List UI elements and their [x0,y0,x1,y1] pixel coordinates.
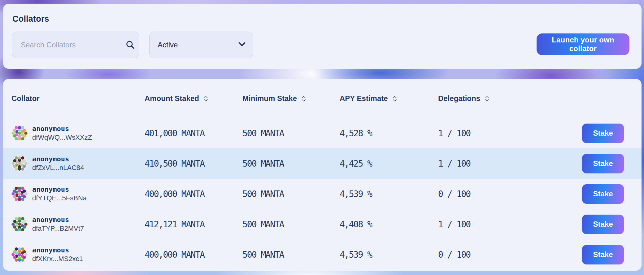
apy-estimate-value: 4,539 % [340,250,438,260]
sort-icon [485,96,490,102]
amount-staked-value: 412,121 MANTA [145,219,242,229]
column-header-apy-estimate[interactable]: APY Estimate [340,94,438,103]
sort-icon [203,96,208,102]
collator-cell: anonymous dfWqWQ...WsXXzZ [11,125,145,141]
collator-name: anonymous [32,125,92,133]
collator-address: dfZxVL...nLAC84 [32,164,84,172]
minimum-stake-value: 500 MANTA [242,219,340,229]
amount-staked-value: 410,500 MANTA [145,159,242,169]
column-header-delegations[interactable]: Delegations [438,94,540,103]
stake-button[interactable]: Stake [582,215,624,234]
delegations-value: 1 / 100 [438,128,540,138]
column-header-label: Collator [11,94,40,103]
stake-button[interactable]: Stake [582,245,624,264]
stake-button[interactable]: Stake [582,184,624,204]
column-header-minimum-stake[interactable]: Minimum Stake [242,94,340,103]
collator-address: dfWqWQ...WsXXzZ [32,134,92,141]
delegations-value: 0 / 100 [438,250,540,260]
search-input[interactable] [12,32,122,58]
search-icon[interactable] [122,32,139,58]
collator-name: anonymous [32,216,84,224]
collator-cell: anonymous dfXKrx...MS2xc1 [11,247,145,263]
status-filter-value: Active [158,41,178,49]
collator-address: dfaTYP...B2MVt7 [32,225,84,232]
minimum-stake-value: 500 MANTA [242,128,340,138]
delegations-value: 1 / 100 [438,219,540,229]
sort-icon [301,96,306,102]
table-body: anonymous dfWqWQ...WsXXzZ 401,000 MANTA … [3,118,642,270]
column-header-label: Amount Staked [145,94,199,103]
stake-button[interactable]: Stake [582,124,624,143]
minimum-stake-value: 500 MANTA [242,250,340,260]
collator-name: anonymous [32,155,84,163]
launch-collator-button[interactable]: Launch your own collator [537,33,629,55]
collator-identicon [11,155,28,172]
apy-estimate-value: 4,425 % [340,159,438,169]
column-header-label: Delegations [438,94,480,103]
collator-cell: anonymous dfYTQE...5FsBNa [11,186,145,202]
delegations-value: 1 / 100 [438,159,540,169]
chevron-down-icon [238,42,246,48]
table-row[interactable]: anonymous dfXKrx...MS2xc1 400,000 MANTA … [3,239,642,270]
table-row[interactable]: anonymous dfaTYP...B2MVt7 412,121 MANTA … [3,209,642,239]
column-header-collator: Collator [11,94,145,103]
page-title: Collators [12,14,49,24]
table-row[interactable]: anonymous dfZxVL...nLAC84 410,500 MANTA … [3,148,642,179]
collator-identicon [11,247,28,263]
sort-icon [392,96,397,102]
status-filter-select[interactable]: Active [149,32,253,58]
column-header-label: Minimum Stake [242,94,297,103]
table-row[interactable]: anonymous dfWqWQ...WsXXzZ 401,000 MANTA … [3,118,642,148]
collator-cell: anonymous dfaTYP...B2MVt7 [11,216,145,232]
column-header-label: APY Estimate [340,94,388,103]
amount-staked-value: 400,000 MANTA [145,250,242,260]
table-row[interactable]: anonymous dfYTQE...5FsBNa 400,000 MANTA … [3,179,642,209]
collator-identicon [11,125,28,141]
collator-identicon [11,186,28,202]
collators-header-panel: Collators Active Launch your own collato… [3,4,642,69]
collators-table-panel: CollatorAmount Staked Minimum Stake APY … [3,79,642,271]
collator-cell: anonymous dfZxVL...nLAC84 [11,155,145,172]
stake-button[interactable]: Stake [582,154,624,173]
apy-estimate-value: 4,408 % [340,219,438,229]
amount-staked-value: 400,000 MANTA [145,189,242,199]
amount-staked-value: 401,000 MANTA [145,128,242,138]
collator-name: anonymous [32,186,87,193]
collator-address: dfYTQE...5FsBNa [32,194,87,202]
search-collators-box [12,32,139,58]
delegations-value: 0 / 100 [438,189,540,199]
apy-estimate-value: 4,539 % [340,189,438,199]
collator-name: anonymous [32,247,83,254]
collator-identicon [11,216,28,232]
minimum-stake-value: 500 MANTA [242,159,340,169]
collator-address: dfXKrx...MS2xc1 [32,255,83,263]
column-header-amount-staked[interactable]: Amount Staked [145,94,242,103]
table-header-row: CollatorAmount Staked Minimum Stake APY … [3,79,642,118]
apy-estimate-value: 4,528 % [340,128,438,138]
minimum-stake-value: 500 MANTA [242,189,340,199]
